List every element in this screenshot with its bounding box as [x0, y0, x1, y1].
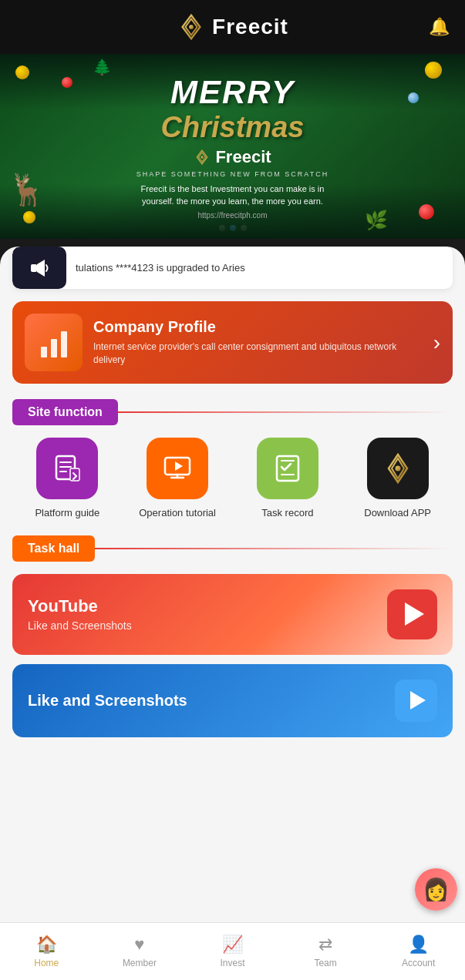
svg-point-0 — [189, 25, 194, 29]
download-app-icon-box — [367, 438, 429, 499]
nav-invest[interactable]: 📈 Invest — [186, 923, 279, 980]
svg-rect-5 — [61, 331, 67, 357]
banner-content: MERRY Christmas Freecit SHAPE SOMETHING … — [125, 74, 341, 220]
nav-member-label: Member — [123, 958, 157, 968]
announcement-text: tulations ****4123 is upgraded to Aries — [66, 262, 254, 274]
svg-rect-15 — [277, 456, 298, 481]
banner-merry: MERRY — [125, 74, 341, 111]
svg-rect-2 — [31, 264, 37, 272]
banner-dot-2[interactable] — [230, 225, 236, 231]
task-record-icon-box — [257, 438, 318, 499]
nav-account-label: Account — [402, 958, 435, 968]
home-icon: 🏠 — [36, 935, 57, 955]
youtube-task-subtitle: Like and Screenshots — [28, 619, 132, 632]
company-title: Company Profile — [93, 318, 426, 336]
bottom-navigation: 🏠 Home ♥ Member 📈 Invest ⇄ Team 👤 Accoun… — [0, 922, 465, 980]
task-record-item[interactable]: Task record — [249, 438, 326, 520]
task-hall-divider — [95, 548, 453, 549]
task-record-icon — [271, 451, 305, 485]
banner-background: 🌿 🌲 🦌 MERRY Christmas Freecit SHAPE SOME… — [0, 54, 465, 239]
company-profile-card[interactable]: Company Profile Internet service provide… — [12, 301, 453, 384]
facebook-play-button[interactable] — [395, 680, 437, 722]
nav-team[interactable]: ⇄ Team — [279, 923, 372, 980]
nav-home-label: Home — [34, 958, 59, 968]
download-app-label: Download APP — [364, 507, 431, 520]
banner: 🌿 🌲 🦌 MERRY Christmas Freecit SHAPE SOME… — [0, 54, 465, 239]
platform-guide-label: Platform guide — [35, 507, 99, 520]
svg-point-18 — [395, 466, 400, 472]
function-grid: Platform guide Operation tutorial — [0, 438, 465, 520]
company-description: Internet service provider's call center … — [93, 341, 426, 367]
banner-description: Freecit is the best Investment you can m… — [125, 183, 341, 208]
banner-dots — [0, 225, 465, 231]
task-hall-label: Task hall — [12, 535, 95, 562]
invest-icon: 📈 — [222, 935, 243, 955]
youtube-task-title: YouTube — [28, 596, 132, 616]
nav-team-label: Team — [314, 958, 336, 968]
floating-support-button[interactable]: 👩 — [415, 868, 457, 911]
logo-text-free: Free — [212, 15, 261, 39]
site-function-divider — [118, 411, 453, 413]
svg-rect-4 — [51, 339, 57, 357]
banner-brand-name: Freecit — [215, 147, 271, 167]
banner-dot-1[interactable] — [219, 225, 225, 231]
banner-christmas: Christmas — [125, 111, 341, 144]
nav-member[interactable]: ♥ Member — [93, 923, 187, 980]
announcement-bar: tulations ****4123 is upgraded to Aries — [12, 247, 453, 289]
platform-guide-icon-box — [36, 438, 98, 499]
logo-text-cit: cit — [261, 15, 288, 39]
svg-marker-12 — [175, 461, 183, 471]
download-app-item[interactable]: Download APP — [359, 438, 436, 520]
company-arrow-icon: › — [433, 331, 440, 355]
nav-home[interactable]: 🏠 Home — [0, 923, 93, 980]
logo-icon — [177, 12, 206, 42]
operation-tutorial-label: Operation tutorial — [139, 507, 216, 520]
svg-rect-3 — [41, 347, 47, 357]
logo: Freecit — [177, 12, 288, 42]
operation-tutorial-icon — [160, 451, 194, 485]
announcement-icon-box — [12, 247, 66, 289]
task-hall-header: Task hall — [12, 535, 453, 562]
banner-website: https://freecitph.com — [125, 211, 341, 220]
banner-tagline: SHAPE SOMETHING NEW FROM SCRATCH — [125, 170, 341, 178]
site-function-header: Site function — [12, 399, 453, 425]
banner-brand-logo: Freecit — [125, 147, 341, 167]
operation-tutorial-item[interactable]: Operation tutorial — [139, 438, 216, 520]
banner-dot-3[interactable] — [241, 225, 247, 231]
youtube-card-bg: YouTube Like and Screenshots — [12, 574, 453, 655]
main-content: tulations ****4123 is upgraded to Aries … — [0, 247, 465, 940]
operation-tutorial-icon-box — [147, 438, 208, 499]
facebook-task-card[interactable]: Like and Screenshots — [12, 664, 453, 737]
fb-play-triangle-icon — [410, 691, 426, 710]
support-avatar-icon: 👩 — [415, 868, 457, 911]
logo-text: Freecit — [212, 15, 288, 39]
team-icon: ⇄ — [318, 935, 332, 955]
company-bar-chart-icon — [35, 324, 73, 362]
svg-point-1 — [201, 156, 204, 158]
company-icon-box — [25, 314, 83, 371]
app-header: Freecit 🔔 — [0, 0, 465, 54]
company-info: Company Profile Internet service provide… — [93, 318, 426, 367]
facebook-task-title: Like and Screenshots — [28, 692, 187, 710]
youtube-task-card[interactable]: YouTube Like and Screenshots — [12, 574, 453, 655]
download-app-icon — [379, 450, 416, 487]
notification-bell-icon[interactable]: 🔔 — [429, 17, 450, 37]
platform-guide-icon — [50, 451, 84, 485]
site-function-label: Site function — [12, 399, 118, 425]
banner-logo-icon — [194, 149, 211, 166]
nav-invest-label: Invest — [220, 958, 244, 968]
account-icon: 👤 — [408, 935, 429, 955]
platform-guide-item[interactable]: Platform guide — [29, 438, 106, 520]
youtube-task-info: YouTube Like and Screenshots — [28, 596, 132, 632]
nav-account[interactable]: 👤 Account — [372, 923, 465, 980]
play-triangle-icon — [405, 602, 424, 626]
task-record-label: Task record — [261, 507, 313, 520]
speaker-icon — [28, 257, 51, 280]
youtube-play-button[interactable] — [387, 589, 437, 639]
member-icon: ♥ — [134, 935, 144, 955]
